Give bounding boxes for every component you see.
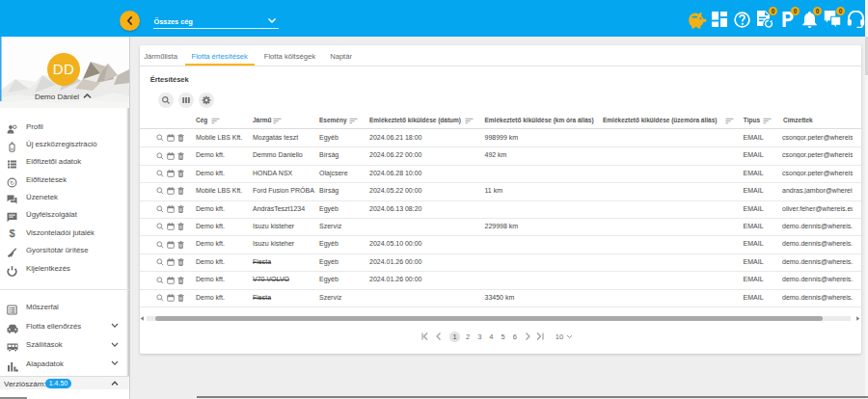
- svg-text:↻: ↻: [10, 179, 14, 185]
